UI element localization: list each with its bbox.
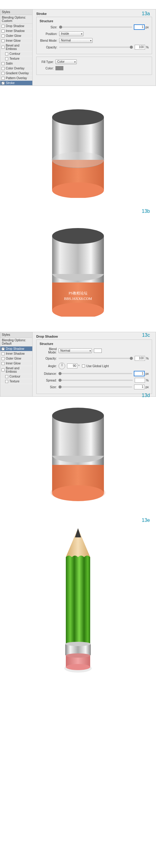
style-checkbox[interactable]	[2, 72, 5, 75]
style-row-gradient-overlay[interactable]: Gradient Overlay	[0, 71, 32, 76]
styles-panel-a: Styles Blending Options: Custom Drop Sha…	[0, 9, 33, 86]
cylinder-image-3	[35, 399, 121, 502]
style-row-texture[interactable]: Texture	[0, 379, 32, 384]
style-checkbox[interactable]	[2, 352, 5, 355]
angle-dial[interactable]	[59, 363, 65, 369]
opacity-slider[interactable]	[59, 46, 133, 48]
style-label: Inner Shadow	[6, 352, 25, 355]
style-row-texture[interactable]: Texture	[0, 56, 32, 61]
style-label: Contour	[9, 52, 21, 55]
color-label: Color:	[40, 67, 56, 70]
style-checkbox[interactable]	[2, 62, 5, 65]
ds-opacity-unit: %	[146, 357, 149, 360]
ds-color-swatch[interactable]	[94, 349, 102, 353]
blending-options-c[interactable]: Blending Options: Default	[0, 338, 32, 346]
ds-spread-slider[interactable]	[59, 380, 133, 381]
blending-options[interactable]: Blending Options: Custom	[0, 15, 32, 24]
step-label-13a: 13a	[142, 11, 150, 17]
style-checkbox[interactable]	[2, 82, 5, 85]
ds-opacity-input[interactable]: 100	[135, 356, 145, 361]
style-row-inner-glow[interactable]: Inner Glow	[0, 38, 32, 43]
style-checkbox[interactable]	[2, 46, 5, 49]
style-checkbox[interactable]	[2, 39, 5, 42]
style-label: Gradient Overlay	[6, 71, 29, 75]
style-row-contour[interactable]: Contour	[0, 52, 32, 56]
ds-blend-label: Blend Mode:	[40, 347, 59, 354]
style-row-color-overlay[interactable]: Color Overlay	[0, 66, 32, 71]
svg-point-23	[65, 642, 91, 646]
size-unit: px	[145, 26, 149, 29]
ds-distance-input[interactable]: 1	[134, 371, 145, 376]
ds-angle-input[interactable]: 90	[67, 364, 77, 368]
size-slider[interactable]	[59, 27, 132, 28]
style-row-drop-shadow[interactable]: Drop Shadow	[0, 346, 32, 351]
style-checkbox[interactable]	[5, 375, 8, 378]
style-row-satin[interactable]: Satin	[0, 61, 32, 66]
style-label: Bevel and Emboss	[6, 367, 31, 373]
style-checkbox[interactable]	[2, 34, 5, 37]
style-row-drop-shadow[interactable]: Drop Shadow	[0, 24, 32, 29]
svg-point-14	[52, 485, 104, 501]
style-checkbox[interactable]	[2, 25, 5, 28]
style-checkbox[interactable]	[5, 380, 8, 383]
style-row-inner-glow[interactable]: Inner Glow	[0, 361, 32, 366]
style-row-pattern-overlay[interactable]: Pattern Overlay	[0, 76, 32, 81]
stroke-panel: Stroke Structure Size: 1 px Position: In…	[33, 9, 156, 86]
opacity-input[interactable]: 100	[135, 45, 145, 50]
fill-type-label: Fill Type:	[40, 60, 56, 64]
style-label: Inner Glow	[6, 39, 21, 42]
ds-structure-label: Structure	[40, 342, 149, 346]
style-checkbox[interactable]	[2, 357, 5, 360]
opacity-label: Opacity:	[40, 46, 59, 49]
style-row-contour[interactable]: Contour	[0, 374, 32, 379]
blend-mode-dropdown[interactable]: Normal	[59, 38, 93, 43]
ds-opacity-slider[interactable]	[59, 358, 133, 359]
color-swatch[interactable]	[56, 66, 63, 70]
styles-header-c: Styles	[0, 332, 32, 338]
fill-type-dropdown[interactable]: Color	[56, 59, 77, 64]
svg-marker-21	[75, 528, 81, 537]
size-input[interactable]: 1	[134, 25, 145, 30]
styles-panel-c: Styles Blending Options: Default Drop Sh…	[0, 332, 33, 396]
cylinder-image-1	[35, 100, 121, 198]
style-row-outer-glow[interactable]: Outer Glow	[0, 356, 32, 361]
step-label-13d: 13d	[142, 393, 150, 398]
svg-point-25	[66, 664, 90, 670]
panel-title-ds: Drop Shadow	[36, 335, 152, 338]
style-row-bevel-and-emboss[interactable]: Bevel and Emboss	[0, 43, 32, 52]
style-label: Texture	[9, 380, 20, 383]
structure-label: Structure	[40, 20, 149, 23]
style-checkbox[interactable]	[5, 52, 8, 55]
style-checkbox[interactable]	[2, 67, 5, 70]
step-label-13e: 13e	[142, 518, 150, 523]
style-row-stroke[interactable]: Stroke	[0, 81, 32, 86]
style-row-outer-glow[interactable]: Outer Glow	[0, 33, 32, 38]
watermark: PS教程论坛BBS.16XX8.COM	[0, 290, 156, 302]
style-checkbox[interactable]	[2, 368, 5, 371]
global-light-checkbox[interactable]	[82, 365, 85, 368]
style-row-inner-shadow[interactable]: Inner Shadow	[0, 29, 32, 33]
ds-size-input[interactable]: 1	[134, 384, 145, 390]
ds-distance-slider[interactable]	[59, 373, 132, 374]
cylinder-image-2	[35, 219, 121, 317]
position-dropdown[interactable]: Inside	[59, 31, 84, 36]
ds-size-unit: px	[145, 385, 149, 389]
style-row-inner-shadow[interactable]: Inner Shadow	[0, 351, 32, 356]
global-light-label: Use Global Light	[86, 365, 109, 368]
ds-spread-input[interactable]	[135, 378, 145, 383]
style-checkbox[interactable]	[2, 30, 5, 33]
style-label: Drop Shadow	[6, 347, 24, 350]
style-checkbox[interactable]	[2, 347, 5, 350]
style-row-bevel-and-emboss[interactable]: Bevel and Emboss	[0, 366, 32, 374]
position-label: Position:	[40, 32, 59, 36]
ds-spread-unit: %	[146, 379, 149, 382]
svg-point-26	[66, 653, 90, 658]
svg-point-1	[52, 182, 104, 198]
style-checkbox[interactable]	[5, 57, 8, 60]
svg-point-11	[52, 228, 104, 244]
style-label: Color Overlay	[6, 67, 24, 70]
style-checkbox[interactable]	[2, 77, 5, 80]
ds-size-slider[interactable]	[59, 386, 132, 388]
style-checkbox[interactable]	[2, 362, 5, 365]
ds-blend-dropdown[interactable]: Normal	[59, 348, 92, 353]
